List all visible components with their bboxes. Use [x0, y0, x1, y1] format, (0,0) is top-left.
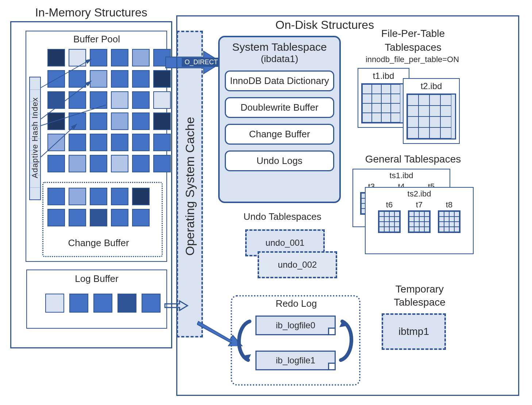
- buffer-page-block: [111, 134, 128, 151]
- buffer-page-block: [47, 155, 65, 172]
- in-memory-structures-title: In-Memory Structures: [18, 6, 164, 19]
- table-grid-icon: [406, 93, 456, 140]
- buffer-page-block: [69, 155, 86, 172]
- buffer-page-block: [153, 155, 171, 172]
- buffer-page-block: [111, 49, 128, 66]
- temporary-tablespace-title-line1: Temporary: [372, 283, 467, 295]
- buffer-page-block: [47, 91, 65, 109]
- buffer-pool-pages-grid: [47, 49, 171, 172]
- buffer-page-block: [90, 209, 107, 226]
- system-tablespace-title: System Tablespace: [225, 41, 334, 53]
- buffer-page-block: [132, 155, 150, 172]
- log-buffer-block: [69, 294, 88, 313]
- buffer-page-block: [153, 134, 171, 151]
- buffer-page-block: [111, 155, 128, 172]
- general-tablespace-tables-row: t6 t7 t8: [366, 200, 473, 233]
- buffer-page-block: [153, 112, 171, 130]
- system-tablespace-subtitle: (ibdata1): [225, 53, 334, 65]
- buffer-page-block: [47, 49, 65, 66]
- buffer-page-block: [90, 112, 107, 130]
- buffer-page-block: [132, 134, 150, 151]
- undo-tablespaces-title: Undo Tablespaces: [224, 211, 341, 222]
- buffer-page-block: [47, 134, 65, 151]
- table-name: t7: [408, 200, 431, 210]
- buffer-pool-title: Buffer Pool: [44, 34, 150, 45]
- buffer-page-block: [90, 188, 107, 205]
- file-per-table-filename: t1.ibd: [361, 71, 406, 81]
- redo-log-cycle-right-arrow-icon: [336, 319, 358, 363]
- buffer-page-block: [132, 70, 150, 88]
- buffer-page-block: [47, 112, 65, 130]
- redo-log-file-label: ib_logfile0: [276, 320, 315, 331]
- system-tablespace-item: Doublewrite Buffer: [225, 97, 334, 118]
- temporary-tablespace-title-line2: Tablespace: [372, 297, 467, 308]
- table-grid-icon: [378, 210, 401, 233]
- file-per-table-title-line1: File-Per-Table: [355, 28, 471, 39]
- buffer-page-block: [69, 188, 86, 205]
- redo-log-file: ib_logfile1: [255, 351, 336, 370]
- buffer-page-block: [111, 188, 128, 205]
- buffer-page-block: [111, 70, 128, 88]
- buffer-page-block: [90, 134, 107, 151]
- system-tablespace-item: InnoDB Data Dictionary: [225, 70, 334, 91]
- temporary-tablespace-file: ibtmp1: [382, 313, 446, 350]
- log-buffer-block: [117, 294, 136, 313]
- redo-log-file-label: ib_logfile1: [276, 355, 315, 366]
- system-tablespace-item: Change Buffer: [225, 124, 334, 145]
- undo-tablespace-file: undo_002: [258, 251, 337, 278]
- file-per-table-file-box: t2.ibd: [403, 78, 460, 144]
- file-per-table-subtitle: innodb_file_per_table=ON: [350, 55, 474, 64]
- table-grid-icon: [438, 210, 460, 233]
- buffer-page-block: [111, 209, 128, 226]
- buffer-page-block: [69, 112, 86, 130]
- buffer-page-block: [90, 70, 107, 88]
- buffer-page-block: [111, 91, 128, 109]
- file-per-table-filename: t2.ibd: [406, 81, 456, 91]
- general-tablespace-filename: ts1.ibd: [353, 169, 450, 180]
- buffer-page-block: [47, 70, 65, 88]
- log-buffer-blocks-grid: [45, 294, 161, 313]
- table-name: t6: [378, 200, 401, 210]
- buffer-page-block: [132, 49, 150, 66]
- change-buffer-label: Change Buffer: [62, 237, 135, 249]
- log-buffer-title: Log Buffer: [44, 273, 150, 284]
- buffer-page-block: [132, 112, 150, 130]
- buffer-page-block: [132, 91, 150, 109]
- change-buffer-pages-grid: [47, 188, 150, 226]
- adaptive-hash-index-label: Adaptive Hash Index: [30, 85, 40, 191]
- buffer-page-block: [69, 134, 86, 151]
- buffer-page-block: [69, 49, 86, 66]
- buffer-page-block: [132, 209, 150, 226]
- log-buffer-block: [93, 294, 112, 313]
- general-tablespaces-title: General Tablespaces: [347, 153, 479, 165]
- redo-log-title: Redo Log: [260, 298, 333, 309]
- buffer-page-block: [111, 112, 128, 130]
- buffer-page-block: [47, 209, 65, 226]
- buffer-page-block: [132, 188, 150, 205]
- file-per-table-file-box: t1.ibd: [358, 68, 409, 128]
- redo-log-file: ib_logfile0: [255, 316, 336, 335]
- buffer-page-block: [69, 91, 86, 109]
- buffer-page-block: [47, 188, 65, 205]
- redo-log-cycle-left-arrow-icon: [232, 319, 254, 363]
- buffer-page-block: [69, 209, 86, 226]
- buffer-page-block: [90, 91, 107, 109]
- buffer-page-block: [90, 155, 107, 172]
- table-grid-icon: [408, 210, 431, 233]
- table-grid-icon: [361, 83, 406, 123]
- log-buffer-block: [45, 294, 64, 313]
- general-tablespace-box: ts2.ibd t6 t7 t8: [365, 187, 474, 254]
- system-tablespace-item: Undo Logs: [225, 150, 334, 171]
- buffer-page-block: [69, 70, 86, 88]
- system-tablespace-box: System Tablespace (ibdata1) InnoDB Data …: [218, 36, 341, 203]
- buffer-page-block: [153, 91, 171, 109]
- general-tablespace-filename: ts2.ibd: [366, 188, 473, 199]
- table-name: t8: [438, 200, 460, 210]
- log-buffer-block: [142, 294, 161, 313]
- buffer-page-block: [90, 49, 107, 66]
- file-per-table-title-line2: Tablespaces: [355, 42, 471, 53]
